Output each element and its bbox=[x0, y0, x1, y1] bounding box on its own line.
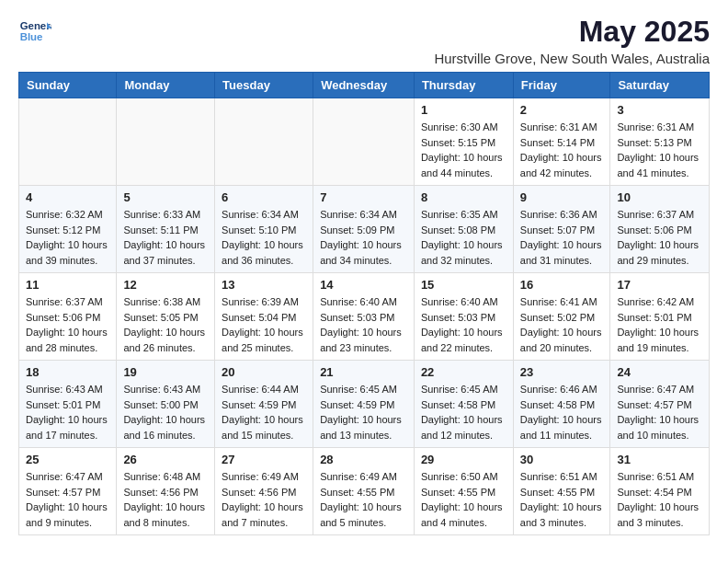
day-info: Sunrise: 6:35 AMSunset: 5:08 PMDaylight:… bbox=[421, 207, 506, 268]
sunset-text: Sunset: 5:06 PM bbox=[617, 223, 702, 238]
day-info: Sunrise: 6:36 AMSunset: 5:07 PMDaylight:… bbox=[520, 207, 604, 268]
sunrise-text: Sunrise: 6:33 AM bbox=[123, 207, 208, 223]
table-row: 16Sunrise: 6:41 AMSunset: 5:02 PMDayligh… bbox=[513, 273, 610, 361]
calendar-week-row: 11Sunrise: 6:37 AMSunset: 5:06 PMDayligh… bbox=[19, 273, 710, 361]
sunrise-text: Sunrise: 6:31 AM bbox=[617, 120, 702, 135]
col-sunday: Sunday bbox=[19, 73, 117, 98]
day-info: Sunrise: 6:45 AMSunset: 4:59 PMDaylight:… bbox=[320, 382, 407, 442]
daylight-text: Daylight: 10 hours and 44 minutes. bbox=[421, 150, 506, 180]
daylight-text: Daylight: 10 hours and 4 minutes. bbox=[421, 500, 506, 530]
sunset-text: Sunset: 5:02 PM bbox=[520, 310, 604, 326]
day-info: Sunrise: 6:49 AMSunset: 4:56 PMDaylight:… bbox=[222, 469, 306, 530]
sunset-text: Sunset: 5:01 PM bbox=[26, 397, 109, 413]
day-number: 11 bbox=[26, 278, 109, 292]
table-row: 5Sunrise: 6:33 AMSunset: 5:11 PMDaylight… bbox=[117, 186, 215, 273]
table-row: 7Sunrise: 6:34 AMSunset: 5:09 PMDaylight… bbox=[313, 186, 415, 273]
table-row bbox=[215, 98, 313, 186]
calendar-week-row: 18Sunrise: 6:43 AMSunset: 5:01 PMDayligh… bbox=[19, 361, 710, 448]
daylight-text: Daylight: 10 hours and 13 minutes. bbox=[320, 412, 407, 442]
day-info: Sunrise: 6:51 AMSunset: 4:55 PMDaylight:… bbox=[520, 469, 604, 530]
table-row: 28Sunrise: 6:49 AMSunset: 4:55 PMDayligh… bbox=[313, 448, 415, 535]
table-row: 20Sunrise: 6:44 AMSunset: 4:59 PMDayligh… bbox=[215, 361, 313, 448]
sunrise-text: Sunrise: 6:40 AM bbox=[421, 294, 506, 310]
daylight-text: Daylight: 10 hours and 23 minutes. bbox=[320, 325, 407, 355]
day-number: 4 bbox=[26, 190, 109, 204]
day-info: Sunrise: 6:30 AMSunset: 5:15 PMDaylight:… bbox=[421, 120, 506, 180]
daylight-text: Daylight: 10 hours and 32 minutes. bbox=[421, 237, 506, 268]
table-row: 14Sunrise: 6:40 AMSunset: 5:03 PMDayligh… bbox=[313, 273, 415, 361]
day-info: Sunrise: 6:32 AMSunset: 5:12 PMDaylight:… bbox=[26, 207, 109, 268]
day-info: Sunrise: 6:37 AMSunset: 5:06 PMDaylight:… bbox=[617, 207, 702, 268]
daylight-text: Daylight: 10 hours and 31 minutes. bbox=[520, 237, 604, 268]
daylight-text: Daylight: 10 hours and 28 minutes. bbox=[26, 325, 109, 355]
day-number: 30 bbox=[520, 453, 604, 466]
table-row: 8Sunrise: 6:35 AMSunset: 5:08 PMDaylight… bbox=[414, 186, 513, 273]
daylight-text: Daylight: 10 hours and 9 minutes. bbox=[26, 500, 109, 530]
col-wednesday: Wednesday bbox=[313, 73, 415, 98]
daylight-text: Daylight: 10 hours and 41 minutes. bbox=[617, 150, 702, 180]
day-info: Sunrise: 6:43 AMSunset: 5:00 PMDaylight:… bbox=[123, 382, 208, 442]
table-row: 11Sunrise: 6:37 AMSunset: 5:06 PMDayligh… bbox=[19, 273, 117, 361]
daylight-text: Daylight: 10 hours and 12 minutes. bbox=[421, 412, 506, 442]
day-info: Sunrise: 6:31 AMSunset: 5:14 PMDaylight:… bbox=[520, 120, 604, 180]
table-row: 4Sunrise: 6:32 AMSunset: 5:12 PMDaylight… bbox=[19, 186, 117, 273]
sunset-text: Sunset: 5:08 PM bbox=[421, 223, 506, 238]
calendar-week-row: 4Sunrise: 6:32 AMSunset: 5:12 PMDaylight… bbox=[19, 186, 710, 273]
day-number: 29 bbox=[421, 453, 506, 466]
day-info: Sunrise: 6:47 AMSunset: 4:57 PMDaylight:… bbox=[617, 382, 702, 442]
day-info: Sunrise: 6:40 AMSunset: 5:03 PMDaylight:… bbox=[421, 294, 506, 355]
day-number: 18 bbox=[26, 365, 109, 379]
table-row: 18Sunrise: 6:43 AMSunset: 5:01 PMDayligh… bbox=[19, 361, 117, 448]
sunset-text: Sunset: 4:57 PM bbox=[26, 485, 109, 500]
daylight-text: Daylight: 10 hours and 22 minutes. bbox=[421, 325, 506, 355]
table-row: 31Sunrise: 6:51 AMSunset: 4:54 PMDayligh… bbox=[610, 448, 710, 535]
day-info: Sunrise: 6:41 AMSunset: 5:02 PMDaylight:… bbox=[520, 294, 604, 355]
sunset-text: Sunset: 4:57 PM bbox=[617, 397, 702, 413]
daylight-text: Daylight: 10 hours and 5 minutes. bbox=[320, 500, 407, 530]
table-row: 12Sunrise: 6:38 AMSunset: 5:05 PMDayligh… bbox=[117, 273, 215, 361]
day-info: Sunrise: 6:44 AMSunset: 4:59 PMDaylight:… bbox=[222, 382, 306, 442]
sunrise-text: Sunrise: 6:50 AM bbox=[421, 469, 506, 485]
daylight-text: Daylight: 10 hours and 37 minutes. bbox=[123, 237, 208, 268]
col-friday: Friday bbox=[513, 73, 610, 98]
sunset-text: Sunset: 5:13 PM bbox=[617, 135, 702, 151]
sunset-text: Sunset: 4:55 PM bbox=[421, 485, 506, 500]
sunrise-text: Sunrise: 6:37 AM bbox=[26, 294, 109, 310]
table-row: 21Sunrise: 6:45 AMSunset: 4:59 PMDayligh… bbox=[313, 361, 415, 448]
day-number: 9 bbox=[520, 190, 604, 204]
sunset-text: Sunset: 5:03 PM bbox=[320, 310, 407, 326]
day-number: 8 bbox=[421, 190, 506, 204]
svg-text:General: General bbox=[20, 20, 51, 31]
table-row: 30Sunrise: 6:51 AMSunset: 4:55 PMDayligh… bbox=[513, 448, 610, 535]
day-number: 26 bbox=[123, 453, 208, 466]
day-info: Sunrise: 6:48 AMSunset: 4:56 PMDaylight:… bbox=[123, 469, 208, 530]
sunset-text: Sunset: 4:58 PM bbox=[520, 397, 604, 413]
day-info: Sunrise: 6:34 AMSunset: 5:10 PMDaylight:… bbox=[222, 207, 306, 268]
sunset-text: Sunset: 4:55 PM bbox=[520, 485, 604, 500]
sunset-text: Sunset: 5:09 PM bbox=[320, 223, 407, 238]
day-number: 31 bbox=[617, 453, 702, 466]
svg-text:Blue: Blue bbox=[20, 31, 43, 42]
col-monday: Monday bbox=[117, 73, 215, 98]
day-info: Sunrise: 6:45 AMSunset: 4:58 PMDaylight:… bbox=[421, 382, 506, 442]
sunrise-text: Sunrise: 6:43 AM bbox=[123, 382, 208, 397]
daylight-text: Daylight: 10 hours and 25 minutes. bbox=[222, 325, 306, 355]
table-row: 19Sunrise: 6:43 AMSunset: 5:00 PMDayligh… bbox=[117, 361, 215, 448]
table-row: 23Sunrise: 6:46 AMSunset: 4:58 PMDayligh… bbox=[513, 361, 610, 448]
table-row: 10Sunrise: 6:37 AMSunset: 5:06 PMDayligh… bbox=[610, 186, 710, 273]
table-row: 3Sunrise: 6:31 AMSunset: 5:13 PMDaylight… bbox=[610, 98, 710, 186]
calendar-week-row: 25Sunrise: 6:47 AMSunset: 4:57 PMDayligh… bbox=[19, 448, 710, 535]
sunrise-text: Sunrise: 6:45 AM bbox=[421, 382, 506, 397]
sunset-text: Sunset: 5:03 PM bbox=[421, 310, 506, 326]
day-number: 2 bbox=[520, 103, 604, 117]
day-info: Sunrise: 6:42 AMSunset: 5:01 PMDaylight:… bbox=[617, 294, 702, 355]
day-info: Sunrise: 6:38 AMSunset: 5:05 PMDaylight:… bbox=[123, 294, 208, 355]
sunrise-text: Sunrise: 6:41 AM bbox=[520, 294, 604, 310]
day-info: Sunrise: 6:40 AMSunset: 5:03 PMDaylight:… bbox=[320, 294, 407, 355]
sunrise-text: Sunrise: 6:42 AM bbox=[617, 294, 702, 310]
daylight-text: Daylight: 10 hours and 8 minutes. bbox=[123, 500, 208, 530]
day-number: 6 bbox=[222, 190, 306, 204]
table-row: 22Sunrise: 6:45 AMSunset: 4:58 PMDayligh… bbox=[414, 361, 513, 448]
daylight-text: Daylight: 10 hours and 34 minutes. bbox=[320, 237, 407, 268]
sunset-text: Sunset: 4:54 PM bbox=[617, 485, 702, 500]
